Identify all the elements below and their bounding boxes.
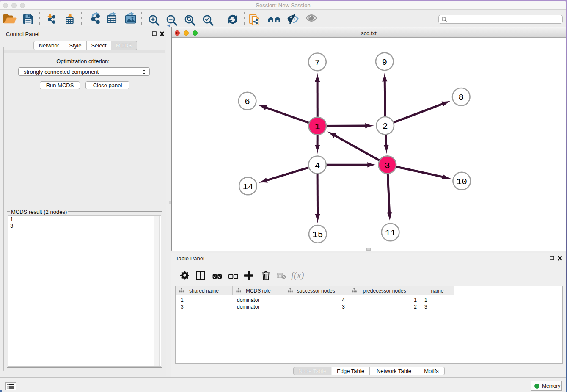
svg-text:14: 14 — [242, 182, 253, 192]
svg-text:8: 8 — [458, 93, 464, 102]
svg-text:11: 11 — [385, 228, 396, 238]
svg-text:7: 7 — [315, 58, 320, 68]
svg-text:9: 9 — [382, 58, 387, 67]
svg-text:6: 6 — [245, 97, 250, 107]
svg-text:10: 10 — [457, 177, 467, 187]
svg-text:2: 2 — [383, 121, 388, 131]
svg-text:4: 4 — [315, 161, 320, 171]
svg-text:1: 1 — [315, 122, 320, 132]
svg-text:3: 3 — [385, 161, 390, 171]
svg-text:15: 15 — [312, 230, 323, 240]
